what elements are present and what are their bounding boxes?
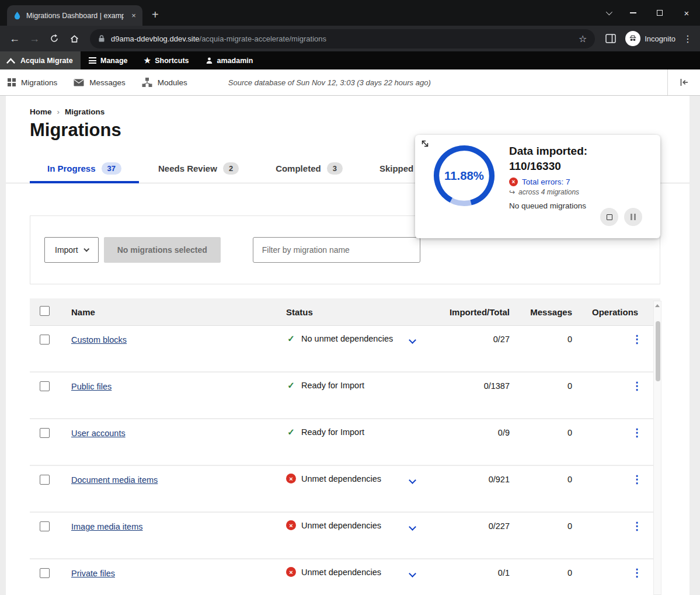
row-checkbox[interactable] [40, 568, 50, 578]
tab-label: Completed [276, 163, 321, 173]
breadcrumb-home-link[interactable]: Home [30, 107, 52, 116]
scrollbar-thumb[interactable] [656, 321, 660, 381]
messages-nav-item[interactable]: Messages [65, 78, 134, 87]
chevron-down-icon[interactable] [409, 476, 416, 484]
row-operations-kebab-icon[interactable]: ⋮ [632, 568, 642, 579]
tab-title: Migrations Dashboard | example [26, 12, 124, 20]
row-operations-kebab-icon[interactable]: ⋮ [632, 334, 642, 346]
tab-favicon-icon [13, 11, 22, 20]
incognito-label: Incognito [645, 34, 675, 43]
migration-name-link[interactable]: Custom blocks [71, 335, 127, 345]
messages-count: 0 [567, 373, 572, 391]
status-icon: ✓ [286, 380, 296, 390]
manage-menu-item[interactable]: Manage [81, 51, 136, 69]
row-checkbox[interactable] [40, 381, 50, 391]
window-minimize-button[interactable] [619, 0, 646, 26]
migration-name-link[interactable]: User accounts [71, 429, 126, 438]
pause-icon [631, 214, 636, 220]
pause-button[interactable] [624, 208, 642, 226]
tab-completed[interactable]: Completed 3 [258, 155, 360, 183]
stop-icon [607, 214, 612, 220]
chevron-down-icon[interactable] [409, 570, 416, 577]
browser-tab[interactable]: Migrations Dashboard | example × [7, 5, 142, 26]
tab-count-badge: 3 [327, 162, 343, 175]
total-errors-link[interactable]: Total errors: 7 [522, 178, 570, 186]
migration-name-link[interactable]: Image media items [71, 522, 143, 531]
row-checkbox[interactable] [40, 521, 50, 531]
chevron-down-icon[interactable] [409, 336, 416, 344]
chevron-down-icon[interactable] [409, 523, 416, 531]
table-scrollbar[interactable] [653, 301, 661, 595]
status-text: Ready for Import [301, 427, 364, 437]
bookmark-star-icon[interactable]: ☆ [579, 33, 587, 44]
col-header-imported-total: Imported/Total [450, 307, 510, 317]
row-operations-kebab-icon[interactable]: ⋮ [632, 474, 642, 486]
status-text: Unmet dependencies [301, 568, 381, 577]
back-icon[interactable]: ← [5, 29, 25, 48]
side-panel-icon[interactable] [601, 29, 621, 48]
acquia-logo-icon [6, 57, 16, 64]
home-icon[interactable] [64, 29, 84, 48]
window-maximize-button[interactable] [646, 0, 673, 26]
stop-button[interactable] [600, 208, 618, 226]
browser-menu-kebab-icon[interactable]: ⋮ [680, 33, 695, 44]
breadcrumb-current: Migrations [65, 107, 105, 116]
tab-count-badge: 37 [102, 162, 121, 175]
import-dropdown-button[interactable]: Import [44, 237, 99, 263]
data-imported-label: Data imported: [509, 144, 652, 159]
url-host: d9ama-ddevblog.ddev.site [111, 34, 200, 43]
admin-toolbar: Acquia Migrate Manage ★ Shortcuts amadam… [0, 51, 700, 69]
reload-icon[interactable] [44, 29, 64, 48]
filter-migration-input[interactable] [253, 237, 420, 263]
star-icon: ★ [144, 56, 151, 65]
migration-name-link[interactable]: Document media items [71, 475, 158, 485]
address-bar[interactable]: d9ama-ddevblog.ddev.site/acquia-migrate-… [90, 29, 595, 48]
row-checkbox[interactable] [40, 475, 50, 485]
table-row: Private files × Unmet dependencies 0/1 0… [30, 559, 660, 595]
imported-total-value: 0/1 [498, 559, 510, 577]
no-migrations-selected-button[interactable]: No migrations selected [104, 237, 221, 263]
import-progress-card: 11.88% Data imported: 110/16330 × Total … [415, 135, 660, 238]
new-tab-button[interactable]: + [152, 9, 159, 20]
row-operations-kebab-icon[interactable]: ⋮ [632, 427, 642, 439]
migrations-nav-item[interactable]: Migrations [0, 78, 65, 87]
col-header-name: Name [71, 307, 286, 317]
redirect-arrow-icon: ↪ [509, 188, 515, 196]
chevron-down-icon [83, 246, 89, 252]
tab-in-progress[interactable]: In Progress 37 [30, 155, 139, 183]
modules-nav-item[interactable]: Modules [134, 78, 196, 87]
user-icon [206, 57, 213, 64]
migration-name-link[interactable]: Public files [71, 382, 112, 391]
window-close-button[interactable]: × [673, 0, 700, 26]
breadcrumb-separator: › [57, 107, 60, 116]
row-operations-kebab-icon[interactable]: ⋮ [632, 381, 642, 392]
collapse-toolbar-button[interactable] [667, 69, 700, 95]
migrations-grid-icon [8, 78, 16, 86]
acquia-migrate-brand[interactable]: Acquia Migrate [0, 51, 81, 69]
scrollbar-up-arrow-icon[interactable] [654, 301, 661, 310]
resize-handle-icon[interactable] [420, 139, 430, 148]
row-checkbox[interactable] [40, 335, 50, 345]
migrations-table: Name Status Imported/Total Messages Oper… [30, 298, 660, 595]
lock-icon [98, 34, 105, 43]
user-account-menu-item[interactable]: amadamin [197, 51, 262, 69]
row-checkbox[interactable] [40, 428, 50, 438]
select-all-checkbox[interactable] [40, 306, 50, 316]
status-icon: × [286, 567, 296, 577]
tab-search-icon[interactable] [597, 0, 619, 26]
tab-close-icon[interactable]: × [128, 11, 139, 21]
status-text: Unmet dependencies [301, 474, 381, 483]
incognito-icon [628, 34, 638, 43]
incognito-badge: Incognito [625, 31, 675, 46]
status-icon: ✓ [286, 333, 296, 343]
row-operations-kebab-icon[interactable]: ⋮ [632, 521, 642, 533]
forward-icon[interactable]: → [25, 29, 44, 48]
migration-name-link[interactable]: Private files [71, 569, 115, 578]
status-text: Ready for Import [301, 381, 364, 390]
table-row: Custom blocks ✓ No unmet dependencies 0/… [30, 326, 660, 373]
shortcuts-menu-item[interactable]: ★ Shortcuts [136, 51, 197, 69]
progress-percent: 11.88% [444, 169, 484, 182]
breadcrumb: Home › Migrations [30, 107, 660, 116]
tab-needs-review[interactable]: Needs Review 2 [141, 155, 256, 183]
across-migrations-note: across 4 migrations [518, 188, 579, 196]
